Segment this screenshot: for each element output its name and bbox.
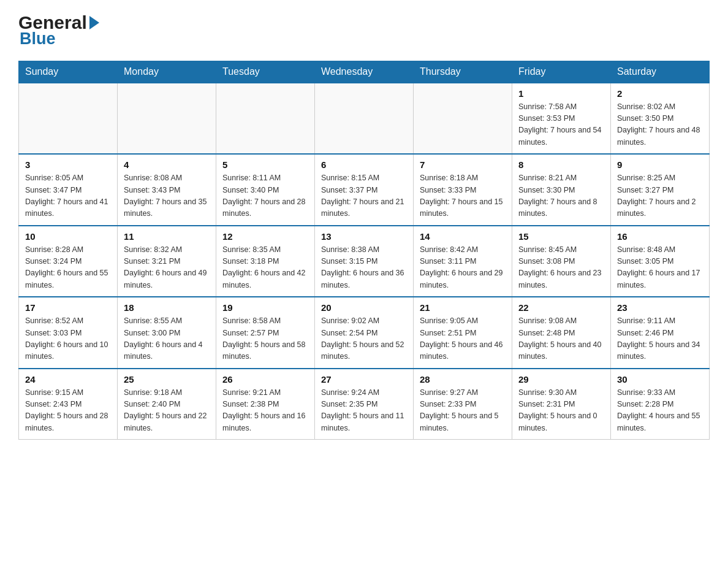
day-of-week-header: Thursday — [414, 61, 512, 83]
calendar-week-row: 17Sunrise: 8:52 AM Sunset: 3:03 PM Dayli… — [19, 297, 710, 369]
day-number: 3 — [25, 159, 111, 170]
day-number: 20 — [321, 302, 407, 313]
day-number: 18 — [124, 302, 210, 313]
logo-arrow-icon — [89, 16, 99, 29]
calendar-cell: 18Sunrise: 8:55 AM Sunset: 3:00 PM Dayli… — [118, 297, 216, 369]
calendar-cell: 17Sunrise: 8:52 AM Sunset: 3:03 PM Dayli… — [19, 297, 118, 369]
day-of-week-header: Saturday — [611, 61, 710, 83]
day-info: Sunrise: 8:21 AM Sunset: 3:30 PM Dayligh… — [518, 172, 604, 220]
calendar-cell: 15Sunrise: 8:45 AM Sunset: 3:08 PM Dayli… — [512, 226, 611, 297]
calendar-cell: 22Sunrise: 9:08 AM Sunset: 2:48 PM Dayli… — [512, 297, 611, 369]
calendar-cell: 19Sunrise: 8:58 AM Sunset: 2:57 PM Dayli… — [216, 297, 315, 369]
calendar-cell — [19, 83, 118, 155]
calendar-cell: 27Sunrise: 9:24 AM Sunset: 2:35 PM Dayli… — [315, 369, 414, 440]
calendar-cell: 1Sunrise: 7:58 AM Sunset: 3:53 PM Daylig… — [512, 83, 611, 155]
logo: General Blue — [18, 12, 99, 48]
day-info: Sunrise: 8:48 AM Sunset: 3:05 PM Dayligh… — [617, 244, 703, 292]
calendar-cell: 20Sunrise: 9:02 AM Sunset: 2:54 PM Dayli… — [315, 297, 414, 369]
day-info: Sunrise: 9:15 AM Sunset: 2:43 PM Dayligh… — [25, 387, 111, 435]
day-of-week-header: Wednesday — [315, 61, 414, 83]
day-number: 23 — [617, 302, 703, 313]
day-info: Sunrise: 8:35 AM Sunset: 3:18 PM Dayligh… — [222, 244, 308, 292]
day-number: 26 — [222, 374, 308, 385]
calendar-week-row: 10Sunrise: 8:28 AM Sunset: 3:24 PM Dayli… — [19, 226, 710, 297]
day-info: Sunrise: 9:11 AM Sunset: 2:46 PM Dayligh… — [617, 315, 703, 363]
day-number: 25 — [124, 374, 210, 385]
calendar-cell: 21Sunrise: 9:05 AM Sunset: 2:51 PM Dayli… — [414, 297, 512, 369]
day-info: Sunrise: 9:02 AM Sunset: 2:54 PM Dayligh… — [321, 315, 407, 363]
day-number: 29 — [518, 374, 604, 385]
calendar-cell: 6Sunrise: 8:15 AM Sunset: 3:37 PM Daylig… — [315, 154, 414, 226]
day-number: 30 — [617, 374, 703, 385]
calendar-cell — [315, 83, 414, 155]
day-number: 1 — [518, 88, 604, 99]
calendar-cell: 9Sunrise: 8:25 AM Sunset: 3:27 PM Daylig… — [611, 154, 710, 226]
day-info: Sunrise: 8:05 AM Sunset: 3:47 PM Dayligh… — [25, 172, 111, 220]
day-info: Sunrise: 8:38 AM Sunset: 3:15 PM Dayligh… — [321, 244, 407, 292]
day-info: Sunrise: 9:08 AM Sunset: 2:48 PM Dayligh… — [518, 315, 604, 363]
day-number: 5 — [222, 159, 308, 170]
day-number: 22 — [518, 302, 604, 313]
day-info: Sunrise: 9:24 AM Sunset: 2:35 PM Dayligh… — [321, 387, 407, 435]
calendar-cell: 7Sunrise: 8:18 AM Sunset: 3:33 PM Daylig… — [414, 154, 512, 226]
calendar-cell: 13Sunrise: 8:38 AM Sunset: 3:15 PM Dayli… — [315, 226, 414, 297]
calendar-cell — [216, 83, 315, 155]
day-number: 12 — [222, 231, 308, 242]
calendar-header-row: SundayMondayTuesdayWednesdayThursdayFrid… — [19, 61, 710, 83]
calendar-cell: 28Sunrise: 9:27 AM Sunset: 2:33 PM Dayli… — [414, 369, 512, 440]
day-info: Sunrise: 9:18 AM Sunset: 2:40 PM Dayligh… — [124, 387, 210, 435]
day-info: Sunrise: 8:55 AM Sunset: 3:00 PM Dayligh… — [124, 315, 210, 363]
day-number: 11 — [124, 231, 210, 242]
day-info: Sunrise: 8:52 AM Sunset: 3:03 PM Dayligh… — [25, 315, 111, 363]
calendar-cell: 29Sunrise: 9:30 AM Sunset: 2:31 PM Dayli… — [512, 369, 611, 440]
day-info: Sunrise: 8:02 AM Sunset: 3:50 PM Dayligh… — [617, 101, 703, 149]
day-number: 27 — [321, 374, 407, 385]
day-number: 21 — [420, 302, 506, 313]
day-info: Sunrise: 8:08 AM Sunset: 3:43 PM Dayligh… — [124, 172, 210, 220]
day-number: 6 — [321, 159, 407, 170]
day-number: 10 — [25, 231, 111, 242]
day-info: Sunrise: 9:33 AM Sunset: 2:28 PM Dayligh… — [617, 387, 703, 435]
calendar-cell — [414, 83, 512, 155]
calendar-cell: 14Sunrise: 8:42 AM Sunset: 3:11 PM Dayli… — [414, 226, 512, 297]
day-number: 4 — [124, 159, 210, 170]
calendar-cell: 12Sunrise: 8:35 AM Sunset: 3:18 PM Dayli… — [216, 226, 315, 297]
day-of-week-header: Sunday — [19, 61, 118, 83]
calendar-cell: 3Sunrise: 8:05 AM Sunset: 3:47 PM Daylig… — [19, 154, 118, 226]
day-number: 13 — [321, 231, 407, 242]
calendar-cell: 5Sunrise: 8:11 AM Sunset: 3:40 PM Daylig… — [216, 154, 315, 226]
day-info: Sunrise: 8:28 AM Sunset: 3:24 PM Dayligh… — [25, 244, 111, 292]
day-of-week-header: Tuesday — [216, 61, 315, 83]
logo-blue-text: Blue — [18, 30, 99, 48]
day-number: 2 — [617, 88, 703, 99]
calendar-cell: 23Sunrise: 9:11 AM Sunset: 2:46 PM Dayli… — [611, 297, 710, 369]
day-info: Sunrise: 8:45 AM Sunset: 3:08 PM Dayligh… — [518, 244, 604, 292]
day-info: Sunrise: 8:42 AM Sunset: 3:11 PM Dayligh… — [420, 244, 506, 292]
day-info: Sunrise: 8:18 AM Sunset: 3:33 PM Dayligh… — [420, 172, 506, 220]
day-number: 16 — [617, 231, 703, 242]
day-of-week-header: Monday — [118, 61, 216, 83]
calendar-cell: 25Sunrise: 9:18 AM Sunset: 2:40 PM Dayli… — [118, 369, 216, 440]
day-number: 17 — [25, 302, 111, 313]
day-info: Sunrise: 8:25 AM Sunset: 3:27 PM Dayligh… — [617, 172, 703, 220]
day-number: 24 — [25, 374, 111, 385]
day-number: 19 — [222, 302, 308, 313]
calendar-cell: 16Sunrise: 8:48 AM Sunset: 3:05 PM Dayli… — [611, 226, 710, 297]
day-of-week-header: Friday — [512, 61, 611, 83]
day-info: Sunrise: 9:21 AM Sunset: 2:38 PM Dayligh… — [222, 387, 308, 435]
calendar-week-row: 3Sunrise: 8:05 AM Sunset: 3:47 PM Daylig… — [19, 154, 710, 226]
calendar-cell: 2Sunrise: 8:02 AM Sunset: 3:50 PM Daylig… — [611, 83, 710, 155]
calendar-cell: 24Sunrise: 9:15 AM Sunset: 2:43 PM Dayli… — [19, 369, 118, 440]
day-number: 28 — [420, 374, 506, 385]
calendar-cell: 30Sunrise: 9:33 AM Sunset: 2:28 PM Dayli… — [611, 369, 710, 440]
day-number: 7 — [420, 159, 506, 170]
day-info: Sunrise: 8:11 AM Sunset: 3:40 PM Dayligh… — [222, 172, 308, 220]
calendar-week-row: 1Sunrise: 7:58 AM Sunset: 3:53 PM Daylig… — [19, 83, 710, 155]
day-info: Sunrise: 7:58 AM Sunset: 3:53 PM Dayligh… — [518, 101, 604, 149]
day-info: Sunrise: 8:32 AM Sunset: 3:21 PM Dayligh… — [124, 244, 210, 292]
day-number: 15 — [518, 231, 604, 242]
day-info: Sunrise: 9:27 AM Sunset: 2:33 PM Dayligh… — [420, 387, 506, 435]
calendar-cell: 8Sunrise: 8:21 AM Sunset: 3:30 PM Daylig… — [512, 154, 611, 226]
day-number: 14 — [420, 231, 506, 242]
calendar-cell — [118, 83, 216, 155]
